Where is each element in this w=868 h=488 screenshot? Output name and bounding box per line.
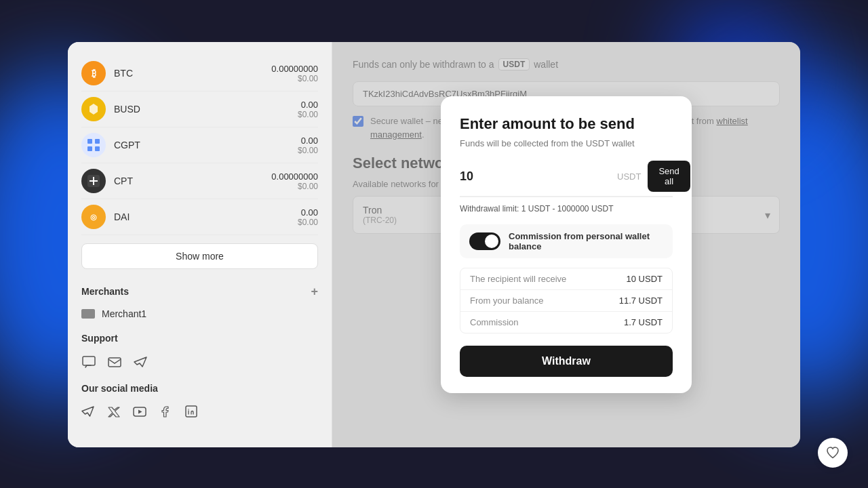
commission-detail-label: Commission (470, 317, 519, 327)
merchant1-label: Merchant1 (102, 308, 146, 319)
withdrawal-limit: Withdrawal limit: 1 USDT - 1000000 USDT (460, 204, 673, 214)
commission-row: Commission from personal wallet balance (460, 224, 673, 258)
svg-text:◎: ◎ (90, 213, 97, 221)
modal-subtitle: Funds will be collected from the USDT wa… (460, 138, 673, 148)
modal-title: Enter amount to be send (460, 115, 673, 133)
send-all-button[interactable]: Send all (648, 161, 690, 192)
busd-name: BUSD (114, 104, 298, 115)
cpt-balance: 0.00000000 $0.00 (271, 171, 318, 191)
merchants-title: Merchants (81, 286, 129, 297)
dai-balance: 0.00 $0.00 (298, 207, 318, 227)
busd-amount: 0.00 (298, 100, 318, 110)
main-content: Funds can only be withdrawn to a USDT wa… (332, 42, 800, 447)
toggle-knob (485, 235, 498, 248)
telegram-social-icon[interactable] (81, 405, 96, 420)
btc-balance: 0.00000000 $0.00 (271, 64, 318, 83)
social-icons-group (81, 399, 318, 425)
balance-row: From your balance 11.7 USDT (460, 290, 672, 312)
btc-usd: $0.00 (271, 74, 318, 83)
show-more-button[interactable]: Show more (81, 243, 318, 269)
svg-rect-8 (108, 358, 121, 367)
sidebar: ₿ BTC 0.00000000 $0.00 BUSD 0.00 $0.00 (68, 42, 332, 447)
merchant1-icon (81, 309, 95, 319)
busd-usd: $0.00 (298, 110, 318, 119)
svg-rect-7 (83, 357, 95, 365)
merchants-section: Merchants + (81, 277, 318, 303)
svg-rect-0 (87, 139, 92, 144)
modal-overlay: Enter amount to be send Funds will be co… (332, 42, 800, 447)
recipient-value: 10 USDT (627, 274, 663, 284)
svg-rect-3 (95, 146, 100, 151)
btc-icon: ₿ (81, 61, 106, 85)
cpt-name: CPT (114, 176, 271, 186)
cgpt-usd: $0.00 (298, 146, 318, 155)
cpt-amount: 0.00000000 (271, 171, 318, 182)
email-icon[interactable] (107, 354, 122, 369)
cpt-icon (81, 169, 106, 193)
linkedin-icon[interactable] (184, 405, 199, 420)
telegram-icon[interactable] (133, 354, 148, 369)
busd-balance: 0.00 $0.00 (298, 100, 318, 119)
amount-input-row: USDT Send all (460, 161, 673, 197)
dai-name: DAI (114, 211, 298, 222)
withdraw-button[interactable]: Withdraw (460, 346, 673, 377)
commission-label: Commission from personal wallet balance (509, 231, 663, 251)
cgpt-balance: 0.00 $0.00 (298, 136, 318, 155)
commission-toggle[interactable] (469, 232, 500, 250)
amount-currency: USDT (617, 171, 641, 182)
youtube-icon[interactable] (133, 405, 148, 420)
social-title: Our social media (81, 383, 158, 394)
cpt-usd: $0.00 (271, 182, 318, 191)
twitter-icon[interactable] (107, 405, 122, 420)
balance-label: From your balance (470, 296, 543, 306)
coin-item-busd[interactable]: BUSD 0.00 $0.00 (81, 92, 318, 127)
coin-list: ₿ BTC 0.00000000 $0.00 BUSD 0.00 $0.00 (81, 56, 318, 235)
coin-item-dai[interactable]: ◎ DAI 0.00 $0.00 (81, 199, 318, 235)
svg-rect-1 (95, 139, 100, 144)
support-section: Support (81, 325, 318, 349)
btc-amount: 0.00000000 (271, 64, 318, 74)
amount-input[interactable] (460, 169, 617, 184)
recipient-label: The recipient will receive (470, 274, 566, 284)
btc-name: BTC (114, 68, 271, 79)
toggle-bg (469, 232, 500, 250)
recipient-row: The recipient will receive 10 USDT (460, 268, 672, 290)
merchant1-item[interactable]: Merchant1 (81, 303, 318, 325)
dai-icon: ◎ (81, 205, 106, 229)
modal: Enter amount to be send Funds will be co… (441, 96, 692, 393)
commission-detail-value: 1.7 USDT (624, 317, 663, 327)
coin-item-cgpt[interactable]: CGPT 0.00 $0.00 (81, 127, 318, 163)
add-merchant-icon[interactable]: + (311, 285, 318, 298)
busd-icon (81, 97, 106, 121)
details-table: The recipient will receive 10 USDT From … (460, 268, 673, 333)
heart-button[interactable] (818, 438, 848, 468)
svg-rect-2 (87, 146, 92, 151)
coin-item-btc[interactable]: ₿ BTC 0.00000000 $0.00 (81, 56, 318, 92)
cgpt-icon (81, 133, 106, 157)
support-title: Support (81, 333, 118, 344)
dai-amount: 0.00 (298, 207, 318, 218)
support-icons-group (81, 349, 318, 375)
main-container: ₿ BTC 0.00000000 $0.00 BUSD 0.00 $0.00 (68, 42, 800, 447)
coin-item-cpt[interactable]: CPT 0.00000000 $0.00 (81, 163, 318, 199)
cgpt-name: CGPT (114, 140, 298, 150)
balance-value: 11.7 USDT (619, 296, 663, 306)
chat-icon[interactable] (81, 354, 96, 369)
facebook-icon[interactable] (159, 405, 174, 420)
dai-usd: $0.00 (298, 218, 318, 227)
social-section: Our social media (81, 375, 318, 399)
commission-detail-row: Commission 1.7 USDT (460, 312, 672, 333)
cgpt-amount: 0.00 (298, 136, 318, 146)
